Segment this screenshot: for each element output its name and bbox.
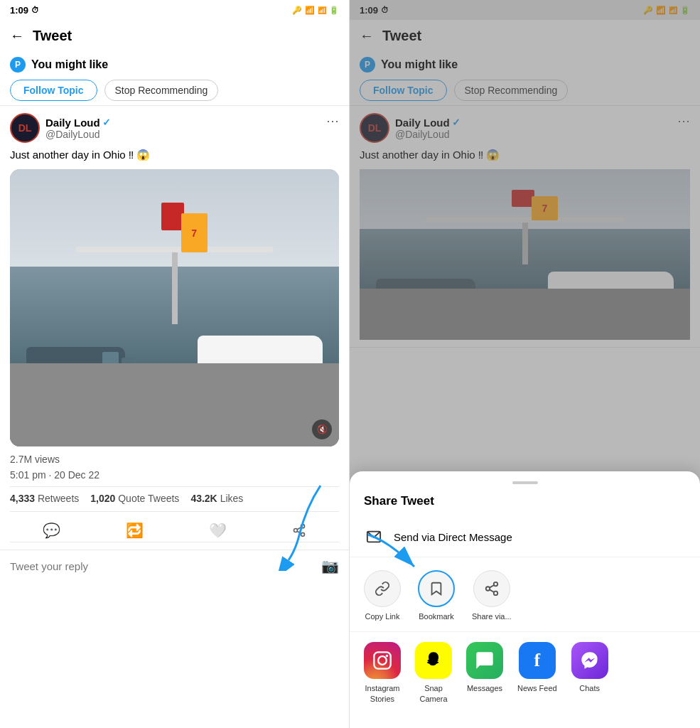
- svg-line-11: [490, 589, 494, 592]
- volume-icon[interactable]: 🔇: [312, 419, 332, 439]
- might-like-header: P You might like: [10, 57, 339, 73]
- stop-recommending-button[interactable]: Stop Recommending: [104, 80, 219, 101]
- right-tweet-image[interactable]: 7: [360, 169, 690, 340]
- messages-item[interactable]: Messages: [466, 642, 503, 704]
- copy-link-item[interactable]: Copy Link: [364, 570, 401, 621]
- right-wifi-icon: 📶: [656, 6, 666, 15]
- right-ground: [360, 289, 690, 340]
- instagram-label: InstagramStories: [365, 683, 400, 704]
- right-top-nav: ← Tweet: [350, 20, 700, 51]
- reply-button[interactable]: 💬: [43, 522, 60, 539]
- right-follow-topic-button[interactable]: Follow Topic: [360, 80, 447, 101]
- canopy-pole: [172, 247, 178, 324]
- chats-item[interactable]: Chats: [571, 642, 608, 704]
- yellow-sign: 7: [181, 213, 208, 252]
- canopy: [76, 247, 274, 252]
- tweet-user-info: DL Daily Loud ✓ @DailyLoud: [10, 113, 111, 143]
- share-via-item[interactable]: Share via...: [472, 570, 512, 621]
- tweet-views: 2.7M views: [10, 454, 339, 465]
- share-icon-row: Copy Link Bookmark: [350, 557, 700, 632]
- clock-icon: ⏱: [31, 6, 39, 14]
- avatar: DL: [10, 113, 40, 143]
- retweet-button[interactable]: 🔁: [126, 522, 144, 539]
- right-tweet-card: DL Daily Loud ✓ @DailyLoud ⋯ Just anothe…: [350, 106, 700, 348]
- share-sheet-handle: [512, 481, 538, 484]
- likes-stat: 43.2K Likes: [190, 493, 243, 504]
- right-battery-icon: 🔋: [680, 6, 690, 15]
- might-like-icon: P: [10, 57, 26, 73]
- bookmark-item[interactable]: Bookmark: [418, 570, 455, 621]
- signal-icon: 📶: [318, 6, 326, 14]
- svg-rect-13: [374, 653, 390, 669]
- back-button[interactable]: ←: [10, 28, 24, 44]
- wifi-icon: 📶: [305, 6, 315, 15]
- svg-point-8: [494, 582, 498, 587]
- right-more-icon[interactable]: ⋯: [677, 113, 690, 129]
- might-like-buttons: Follow Topic Stop Recommending: [10, 80, 339, 101]
- copy-link-label: Copy Link: [365, 611, 400, 621]
- might-like-label: You might like: [31, 58, 108, 71]
- snapchat-item[interactable]: SnapCamera: [415, 642, 452, 704]
- page-title: Tweet: [33, 28, 72, 44]
- bookmark-label: Bookmark: [419, 611, 454, 621]
- user-handle: @DailyLoud: [45, 129, 111, 140]
- snapchat-icon: [415, 642, 452, 679]
- instagram-icon: [364, 642, 401, 679]
- right-blue-arrow: [361, 528, 432, 577]
- display-name: Daily Loud ✓: [45, 117, 111, 129]
- svg-point-14: [378, 657, 387, 665]
- right-stop-recommending-button[interactable]: Stop Recommending: [454, 80, 569, 101]
- retweets-stat: 4,333 Retweets: [10, 493, 79, 504]
- tweet-image[interactable]: 7 🔇: [10, 169, 339, 446]
- right-page-title: Tweet: [382, 28, 421, 44]
- app-icons-row: InstagramStories SnapCamera Messages: [350, 632, 700, 714]
- battery-icon: 🔋: [329, 6, 339, 15]
- right-time: 1:09 ⏱: [360, 5, 389, 16]
- right-user-handle: @DailyLoud: [395, 129, 461, 140]
- news-feed-item[interactable]: f News Feed: [517, 642, 557, 704]
- right-avatar: DL: [360, 113, 389, 143]
- svg-line-12: [490, 585, 494, 588]
- right-canopy: [426, 217, 624, 223]
- right-tweet-text: Just another day in Ohio ‼️ 😱: [360, 147, 690, 162]
- right-clock-icon: ⏱: [381, 6, 389, 14]
- share-sheet: Share Tweet Send via Direct Message: [350, 471, 700, 728]
- right-might-like-buttons: Follow Topic Stop Recommending: [360, 80, 690, 101]
- ground: [10, 363, 339, 446]
- snapchat-label: SnapCamera: [419, 683, 447, 704]
- right-back-button[interactable]: ←: [360, 28, 374, 44]
- left-panel: 1:09 ⏱ 🔑 📶 📶 🔋 ← Tweet P You might like …: [0, 0, 350, 728]
- right-tweet-header: DL Daily Loud ✓ @DailyLoud ⋯: [360, 113, 690, 143]
- right-might-like-icon: P: [360, 57, 375, 73]
- left-top-nav: ← Tweet: [0, 20, 349, 51]
- might-like-section: P You might like Follow Topic Stop Recom…: [0, 51, 349, 106]
- share-sheet-title: Share Tweet: [350, 494, 700, 517]
- more-icon[interactable]: ⋯: [326, 113, 339, 129]
- like-button[interactable]: 🤍: [209, 522, 227, 539]
- svg-point-10: [494, 592, 498, 596]
- right-might-like-label: You might like: [381, 58, 458, 71]
- tweet-header: DL Daily Loud ✓ @DailyLoud ⋯: [10, 113, 339, 143]
- right-verified-badge: ✓: [452, 117, 461, 128]
- blue-arrow-annotation: [257, 478, 342, 571]
- right-display-name: Daily Loud ✓: [395, 117, 461, 129]
- right-user-names: Daily Loud ✓ @DailyLoud: [395, 117, 461, 140]
- right-signal-icon: 📶: [669, 6, 677, 14]
- verified-badge: ✓: [102, 117, 111, 128]
- share-via-icon: [473, 570, 510, 607]
- messages-icon: [466, 642, 503, 679]
- left-status-icons: 🔑 📶 📶 🔋: [292, 6, 339, 15]
- facebook-icon: f: [519, 642, 556, 679]
- right-might-like-header: P You might like: [360, 57, 690, 73]
- instagram-stories-item[interactable]: InstagramStories: [364, 642, 401, 704]
- right-key-icon: 🔑: [643, 6, 653, 15]
- follow-topic-button[interactable]: Follow Topic: [10, 80, 97, 101]
- news-feed-label: News Feed: [517, 683, 557, 693]
- right-status-bar: 1:09 ⏱ 🔑 📶 📶 🔋: [350, 0, 700, 20]
- svg-point-15: [386, 655, 389, 658]
- right-tweet-user-info: DL Daily Loud ✓ @DailyLoud: [360, 113, 461, 143]
- right-status-icons: 🔑 📶 📶 🔋: [643, 6, 690, 15]
- svg-point-9: [486, 587, 490, 591]
- chats-label: Chats: [579, 683, 600, 693]
- right-yellow-sign: 7: [532, 196, 558, 220]
